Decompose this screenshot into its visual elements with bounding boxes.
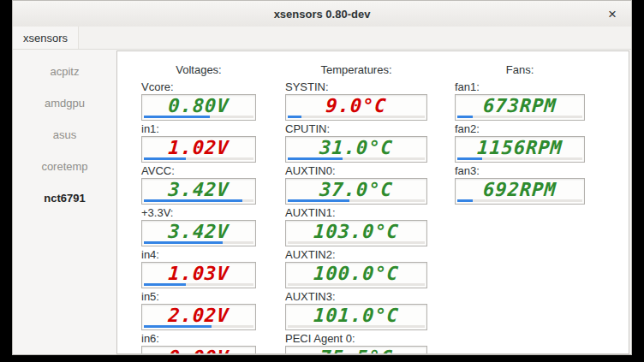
sensor-label-plus3v3: +3.3V:: [141, 206, 256, 220]
sensor-value-auxtin0: 37.0°C: [285, 179, 427, 201]
lcd-display-peci_agent_0: 75.5°C: [285, 346, 427, 354]
value-gauge-fill-vcore: [144, 116, 210, 118]
sensor-in4: in4:1.03V: [141, 248, 256, 288]
sensor-label-in1: in1:: [141, 122, 256, 136]
titlebar[interactable]: xsensors 0.80-dev ×: [13, 1, 631, 27]
lcd-display-in6: 0.00V: [141, 346, 256, 354]
sensor-fan3: fan3:692RPM: [455, 164, 585, 205]
lcd-display-vcore: 0.80V: [141, 94, 256, 121]
value-gauge-cputin: [288, 157, 425, 160]
sensor-label-cputin: CPUTIN:: [285, 122, 427, 136]
value-gauge-fill-auxtin0: [288, 199, 349, 202]
sidebar-item-amdgpu[interactable]: amdgpu: [13, 87, 116, 119]
value-gauge-in1: [144, 157, 253, 160]
sensor-value-vcore: 0.80V: [141, 95, 256, 117]
screen: { "window": { "title": "xsensors 0.80-de…: [0, 0, 644, 362]
sensor-label-in6: in6:: [141, 332, 256, 346]
sidebar-item-coretemp[interactable]: coretemp: [13, 151, 116, 182]
column-header-temperatures: Temperatures:: [285, 63, 427, 77]
sidebar-item-acpitz[interactable]: acpitz: [13, 56, 116, 87]
sidebar-item-nct6791[interactable]: nct6791: [13, 182, 116, 214]
sensor-label-vcore: Vcore:: [141, 80, 256, 94]
sensor-vcore: Vcore:0.80V: [141, 80, 256, 121]
lcd-display-cputin: 31.0°C: [285, 136, 427, 163]
lcd-display-systin: 9.0°C: [285, 94, 427, 121]
value-gauge-auxtin3: [288, 325, 425, 328]
value-gauge-fill-fan1: [457, 116, 473, 118]
value-gauge-fill-fan2: [457, 157, 482, 160]
sensor-value-peci_agent_0: 75.5°C: [285, 347, 427, 354]
lcd-display-auxtin1: 103.0°C: [285, 220, 427, 246]
tab-xsensors[interactable]: xsensors: [13, 27, 79, 49]
value-gauge-auxtin2: [288, 283, 425, 286]
sensor-auxtin2: AUXTIN2:100.0°C: [285, 248, 427, 288]
sensor-label-systin: SYSTIN:: [285, 80, 427, 94]
value-gauge-auxtin0: [288, 199, 425, 202]
value-gauge-fill-cputin: [288, 157, 343, 160]
value-gauge-fill-in1: [144, 157, 186, 160]
sidebar-item-asus[interactable]: asus: [13, 119, 116, 151]
value-gauge-auxtin1: [288, 241, 425, 244]
lcd-display-auxtin3: 101.0°C: [285, 304, 427, 330]
sensor-auxtin3: AUXTIN3:101.0°C: [285, 290, 427, 330]
sensor-label-fan1: fan1:: [455, 80, 585, 94]
lcd-display-in5: 2.02V: [141, 304, 256, 330]
value-gauge-fan1: [457, 116, 582, 118]
sensor-value-avcc: 3.42V: [141, 179, 256, 201]
column-fans: Fans:fan1:673RPMfan2:1156RPMfan3:692RPM: [455, 63, 585, 206]
sensor-in6: in6:0.00V: [141, 332, 256, 354]
sensor-value-auxtin1: 103.0°C: [285, 221, 427, 243]
value-gauge-fan2: [457, 157, 582, 160]
sensor-label-auxtin3: AUXTIN3:: [285, 290, 427, 304]
sensor-fan2: fan2:1156RPM: [455, 122, 585, 163]
sensor-cputin: CPUTIN:31.0°C: [285, 122, 427, 163]
sensor-label-in5: in5:: [141, 290, 256, 304]
xsensors-window: xsensors 0.80-dev × xsensors acpitzamdgp…: [12, 0, 632, 355]
column-voltages: Voltages:Vcore:0.80Vin1:1.02VAVCC:3.42V+…: [141, 63, 256, 354]
sensor-auxtin0: AUXTIN0:37.0°C: [285, 164, 427, 205]
sensor-value-plus3v3: 3.42V: [141, 221, 256, 243]
value-gauge-systin: [288, 116, 425, 118]
sensor-value-in5: 2.02V: [141, 305, 256, 327]
sensor-auxtin1: AUXTIN1:103.0°C: [285, 206, 427, 246]
sensor-value-systin: 9.0°C: [285, 95, 427, 117]
value-gauge-vcore: [144, 116, 253, 118]
value-gauge-in4: [144, 283, 253, 286]
sensor-value-in4: 1.03V: [141, 263, 256, 285]
sidebar: acpitzamdgpuasuscoretempnct6791: [13, 56, 116, 354]
sensor-in1: in1:1.02V: [141, 122, 256, 163]
sensor-label-auxtin0: AUXTIN0:: [285, 164, 427, 178]
lcd-display-plus3v3: 3.42V: [141, 220, 256, 246]
sensor-label-peci_agent_0: PECI Agent 0:: [285, 332, 427, 346]
lcd-display-auxtin0: 37.0°C: [285, 178, 427, 205]
sensor-systin: SYSTIN:9.0°C: [285, 80, 427, 121]
sensor-label-fan2: fan2:: [455, 122, 585, 136]
sensor-label-auxtin1: AUXTIN1:: [285, 206, 427, 220]
value-gauge-fan3: [457, 199, 582, 202]
value-gauge-in5: [144, 325, 253, 328]
value-gauge-plus3v3: [144, 241, 253, 244]
lcd-display-in4: 1.03V: [141, 262, 256, 288]
column-temperatures: Temperatures:SYSTIN:9.0°CCPUTIN:31.0°CAU…: [285, 63, 427, 354]
sensor-value-cputin: 31.0°C: [285, 137, 427, 159]
lcd-display-fan3: 692RPM: [455, 178, 585, 205]
value-gauge-fill-in4: [144, 283, 186, 286]
sensor-label-auxtin2: AUXTIN2:: [285, 248, 427, 262]
sensor-peci_agent_0: PECI Agent 0:75.5°C: [285, 332, 427, 354]
sensor-label-fan3: fan3:: [455, 164, 585, 178]
value-gauge-fill-avcc: [144, 199, 242, 202]
main-area: acpitzamdgpuasuscoretempnct6791 Voltages…: [13, 49, 631, 354]
tab-bar: xsensors: [13, 27, 631, 50]
sensor-value-fan1: 673RPM: [455, 95, 585, 117]
sensor-value-fan2: 1156RPM: [455, 137, 585, 159]
sensor-in5: in5:2.02V: [141, 290, 256, 330]
column-header-fans: Fans:: [455, 63, 585, 77]
lcd-display-fan1: 673RPM: [455, 94, 585, 121]
sensor-avcc: AVCC:3.42V: [141, 164, 256, 205]
value-gauge-fill-plus3v3: [144, 241, 223, 244]
sensor-value-in1: 1.02V: [141, 137, 256, 159]
sensor-value-auxtin3: 101.0°C: [285, 305, 427, 327]
lcd-display-auxtin2: 100.0°C: [285, 262, 427, 288]
sensor-label-avcc: AVCC:: [141, 164, 256, 178]
close-button[interactable]: ×: [604, 1, 621, 27]
